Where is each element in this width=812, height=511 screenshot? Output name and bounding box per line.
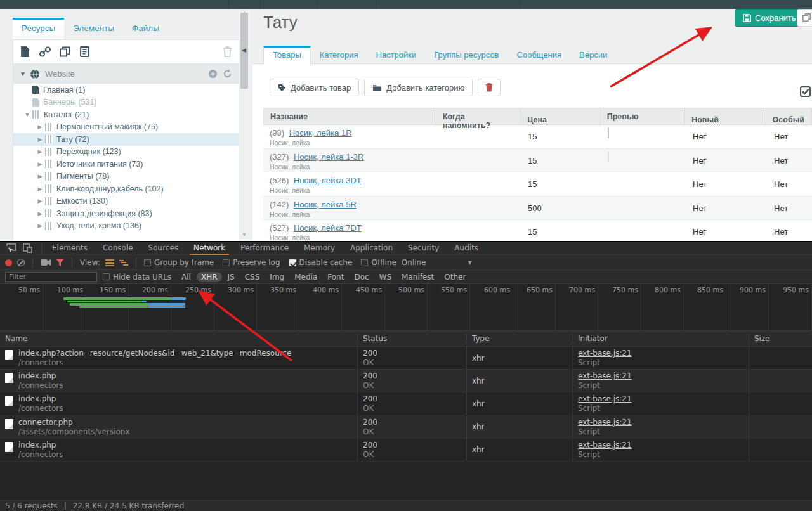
waterfall-bar-green[interactable] [67,301,141,303]
tree-caret-icon[interactable]: ▶ [36,210,44,217]
record-icon[interactable] [5,259,12,266]
tab-Категория[interactable]: Категория [311,46,367,64]
devtools-tab-application[interactable]: Application [343,242,400,255]
product-link[interactable]: Носик, лейка 3DT [294,176,362,185]
duplicate-icon[interactable] [60,46,71,57]
tree-item[interactable]: ▶ Переходник (123) [13,146,239,158]
column-header-4[interactable]: Новый [685,108,766,124]
tree-caret-icon[interactable]: ▼ [23,112,31,118]
hide-data-urls-checkbox[interactable]: Hide data URLs [103,273,171,281]
tree-item[interactable]: Главная (1) [13,84,239,96]
waterfall-bar-green[interactable] [70,303,148,306]
column-header-5[interactable]: Особый [766,108,811,124]
network-column-header-name[interactable]: Name [0,334,358,343]
tree-root-website[interactable]: ▼ Website [13,64,239,84]
tree-item[interactable]: ▶ Перманентный макияж (75) [13,121,239,134]
product-link[interactable]: Носик, лейка 1-3R [294,152,363,162]
column-header-1[interactable]: Когда напомнить? [436,108,521,124]
tab-Группы ресурсов[interactable]: Группы ресурсов [425,46,508,64]
filter-type-ws[interactable]: WS [375,272,396,282]
filter-type-doc[interactable]: Doc [350,272,373,282]
delete-button[interactable] [478,79,501,96]
devtools-tab-sources[interactable]: Sources [141,242,186,255]
devtools-tab-network[interactable]: Network [186,242,233,255]
filter-icon[interactable] [56,259,64,266]
add-product-button[interactable]: Добавить товар [270,79,359,96]
clear-icon[interactable] [17,259,25,266]
waterfall-bar-blue[interactable] [141,301,147,303]
tree-item[interactable]: ▶ Защита,дезинфекция (83) [13,207,239,220]
tab-Сообщения[interactable]: Сообщения [508,46,571,64]
device-toolbar-icon[interactable] [23,243,32,253]
devtools-tab-elements[interactable]: Elements [44,242,95,255]
initiator-link[interactable]: ext-base.js:21 [578,349,632,358]
devtools-tab-security[interactable]: Security [400,242,447,255]
tree-item[interactable]: ▶ Уход, гели, крема (136) [13,220,239,233]
network-request-row[interactable]: connector.php/assets/components/versionx… [0,416,812,439]
filter-type-media[interactable]: Media [290,272,322,282]
product-link[interactable]: Носик, лейка 5R [294,200,357,209]
filter-type-css[interactable]: CSS [240,272,265,282]
initiator-link[interactable]: ext-base.js:21 [578,394,632,403]
devtools-tab-performance[interactable]: Performance [233,242,296,255]
network-column-header-initiator[interactable]: Initiator [573,334,749,343]
filter-type-manifest[interactable]: Manifest [397,272,438,282]
product-thumbnail[interactable] [608,152,609,162]
tree-caret-icon[interactable]: ▶ [36,223,44,229]
network-request-row[interactable]: index.php/connectors 200OK xhr ext-base.… [0,439,812,462]
tree-item[interactable]: ▼ Каталог (21) [13,108,239,121]
initiator-link[interactable]: ext-base.js:21 [578,418,632,427]
tree-caret-icon[interactable]: ▶ [36,186,44,192]
checkbox-disable-cache[interactable]: Disable cache [289,258,353,267]
filter-type-all[interactable]: All [177,272,195,282]
devtools-tab-memory[interactable]: Memory [296,242,343,255]
use-large-rows-icon[interactable] [105,259,114,266]
caret-down-icon[interactable]: ▼ [20,70,30,77]
network-column-header-status[interactable]: Status [358,334,467,343]
filter-type-img[interactable]: Img [265,272,289,282]
tab-Версии[interactable]: Версии [570,46,616,64]
column-header-2[interactable]: Цена [521,108,600,124]
tree-caret-icon[interactable]: ▶ [36,161,44,167]
save-button[interactable]: Сохранить [735,9,804,27]
network-column-header-type[interactable]: Type [467,334,573,343]
filter-input[interactable] [5,272,97,282]
tree-caret-icon[interactable]: ▶ [36,136,44,143]
devtools-tab-audits[interactable]: Audits [447,242,486,255]
tree-item[interactable]: Баннеры (531) [13,96,239,109]
checkbox-preserve-log[interactable]: Preserve log [223,258,280,267]
add-resource-icon[interactable] [208,69,218,79]
panel-scrollbar[interactable]: ▲ ◀ ▼ [239,9,250,241]
waterfall-bar-green[interactable] [63,297,171,300]
screenshot-capture-icon[interactable] [41,259,51,266]
waterfall-bar-green[interactable] [79,306,148,309]
refresh-icon[interactable] [223,69,232,79]
filter-type-js[interactable]: JS [223,272,239,282]
initiator-link[interactable]: ext-base.js:21 [578,372,632,380]
secondary-action-button[interactable] [797,9,812,27]
network-request-row[interactable]: index.php?action=resource/getNodes&id=we… [0,347,812,370]
tab-Товары[interactable]: Товары [263,46,311,64]
checkbox-offline[interactable]: Offline [361,258,396,267]
network-column-header-size[interactable]: Size [749,334,812,343]
report-icon[interactable] [80,46,89,57]
waterfall-bar-blue[interactable] [148,306,185,309]
checkbox-group-by-frame[interactable]: Group by frame [144,258,214,267]
tab-Настройки[interactable]: Настройки [367,46,426,64]
tree-caret-icon[interactable]: ▶ [36,173,44,179]
tree-caret-icon[interactable]: ▶ [36,124,44,130]
network-overview-waterfall[interactable]: 50 ms100 ms150 ms200 ms250 ms300 ms350 m… [0,284,812,331]
product-link[interactable]: Носик, лейка 7DT [294,223,362,233]
sidebar-tab-Ресурсы[interactable]: Ресурсы [13,18,64,39]
tree-item[interactable]: ▶ Тату (72) [13,133,239,146]
throttling-select[interactable]: Online ▼ [402,258,472,267]
add-category-button[interactable]: Добавить категорию [364,79,473,96]
waterfall-bar-blue[interactable] [148,303,185,306]
sidebar-tab-Файлы[interactable]: Файлы [123,18,168,39]
filter-type-font[interactable]: Font [323,272,348,282]
collapse-panel-icon[interactable]: ◀ [242,47,246,53]
tree-caret-icon[interactable]: ▶ [36,148,44,155]
column-header-0[interactable]: Название [264,108,436,124]
initiator-link[interactable]: ext-base.js:21 [578,441,632,450]
tree-item[interactable]: ▶ Емкости (130) [13,195,239,208]
